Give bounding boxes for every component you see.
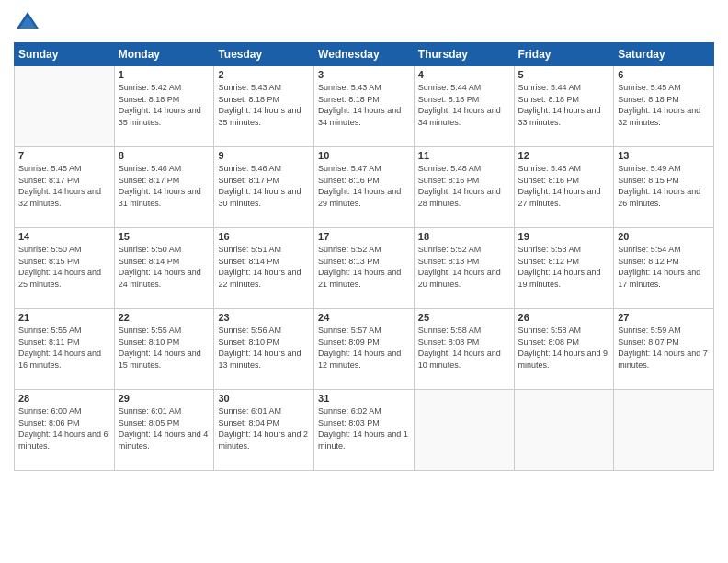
day-number: 27 — [618, 312, 710, 323]
day-cell: 27Sunrise: 5:59 AMSunset: 8:07 PMDayligh… — [614, 309, 714, 390]
page: SundayMondayTuesdayWednesdayThursdayFrid… — [0, 0, 728, 563]
day-info: Sunrise: 5:55 AMSunset: 8:11 PMDaylight:… — [18, 325, 110, 371]
logo — [14, 9, 45, 37]
day-cell: 26Sunrise: 5:58 AMSunset: 8:08 PMDayligh… — [514, 309, 614, 390]
day-info: Sunrise: 5:43 AMSunset: 8:18 PMDaylight:… — [218, 82, 310, 128]
day-info: Sunrise: 5:44 AMSunset: 8:18 PMDaylight:… — [418, 82, 510, 128]
day-header-wednesday: Wednesday — [314, 43, 415, 66]
day-info: Sunrise: 5:50 AMSunset: 8:14 PMDaylight:… — [119, 244, 210, 290]
day-info: Sunrise: 5:43 AMSunset: 8:18 PMDaylight:… — [318, 82, 410, 128]
day-number: 16 — [218, 231, 310, 242]
day-cell: 24Sunrise: 5:57 AMSunset: 8:09 PMDayligh… — [314, 309, 415, 390]
day-number: 15 — [119, 231, 210, 242]
day-number: 9 — [218, 150, 310, 161]
day-cell: 8Sunrise: 5:46 AMSunset: 8:17 PMDaylight… — [114, 147, 214, 228]
logo-icon — [14, 9, 41, 37]
day-number: 7 — [18, 150, 110, 161]
day-cell: 29Sunrise: 6:01 AMSunset: 8:05 PMDayligh… — [114, 390, 214, 471]
day-number: 26 — [518, 312, 610, 323]
day-cell: 25Sunrise: 5:58 AMSunset: 8:08 PMDayligh… — [414, 309, 514, 390]
day-info: Sunrise: 5:42 AMSunset: 8:18 PMDaylight:… — [119, 82, 210, 128]
day-info: Sunrise: 5:59 AMSunset: 8:07 PMDaylight:… — [618, 325, 710, 371]
day-number: 20 — [618, 231, 710, 242]
day-info: Sunrise: 6:01 AMSunset: 8:05 PMDaylight:… — [119, 406, 210, 452]
day-header-saturday: Saturday — [614, 43, 714, 66]
day-number: 18 — [418, 231, 510, 242]
day-info: Sunrise: 6:01 AMSunset: 8:04 PMDaylight:… — [218, 406, 310, 452]
day-cell — [514, 390, 614, 471]
day-cell: 13Sunrise: 5:49 AMSunset: 8:15 PMDayligh… — [614, 147, 714, 228]
day-info: Sunrise: 5:52 AMSunset: 8:13 PMDaylight:… — [418, 244, 510, 290]
day-number: 30 — [218, 393, 310, 404]
day-info: Sunrise: 6:02 AMSunset: 8:03 PMDaylight:… — [318, 406, 410, 452]
day-info: Sunrise: 5:45 AMSunset: 8:18 PMDaylight:… — [618, 82, 710, 128]
day-headers-row: SundayMondayTuesdayWednesdayThursdayFrid… — [15, 43, 714, 66]
calendar-table: SundayMondayTuesdayWednesdayThursdayFrid… — [14, 42, 714, 471]
day-cell: 3Sunrise: 5:43 AMSunset: 8:18 PMDaylight… — [314, 66, 415, 147]
day-number: 31 — [318, 393, 410, 404]
day-info: Sunrise: 5:51 AMSunset: 8:14 PMDaylight:… — [218, 244, 310, 290]
day-cell: 7Sunrise: 5:45 AMSunset: 8:17 PMDaylight… — [15, 147, 115, 228]
day-cell: 4Sunrise: 5:44 AMSunset: 8:18 PMDaylight… — [414, 66, 514, 147]
day-info: Sunrise: 5:44 AMSunset: 8:18 PMDaylight:… — [518, 82, 610, 128]
day-number: 10 — [318, 150, 410, 161]
day-info: Sunrise: 5:55 AMSunset: 8:10 PMDaylight:… — [119, 325, 210, 371]
day-cell: 19Sunrise: 5:53 AMSunset: 8:12 PMDayligh… — [514, 228, 614, 309]
day-number: 1 — [119, 69, 210, 80]
day-number: 17 — [318, 231, 410, 242]
day-cell: 28Sunrise: 6:00 AMSunset: 8:06 PMDayligh… — [15, 390, 115, 471]
day-info: Sunrise: 5:52 AMSunset: 8:13 PMDaylight:… — [318, 244, 410, 290]
day-info: Sunrise: 5:49 AMSunset: 8:15 PMDaylight:… — [618, 163, 710, 209]
day-number: 28 — [18, 393, 110, 404]
day-number: 13 — [618, 150, 710, 161]
day-cell — [15, 66, 115, 147]
day-header-thursday: Thursday — [414, 43, 514, 66]
day-header-tuesday: Tuesday — [214, 43, 314, 66]
day-info: Sunrise: 5:45 AMSunset: 8:17 PMDaylight:… — [18, 163, 110, 209]
day-info: Sunrise: 5:50 AMSunset: 8:15 PMDaylight:… — [18, 244, 110, 290]
day-cell: 6Sunrise: 5:45 AMSunset: 8:18 PMDaylight… — [614, 66, 714, 147]
day-cell: 5Sunrise: 5:44 AMSunset: 8:18 PMDaylight… — [514, 66, 614, 147]
day-info: Sunrise: 5:58 AMSunset: 8:08 PMDaylight:… — [418, 325, 510, 371]
week-row-5: 28Sunrise: 6:00 AMSunset: 8:06 PMDayligh… — [15, 390, 714, 471]
day-cell: 12Sunrise: 5:48 AMSunset: 8:16 PMDayligh… — [514, 147, 614, 228]
day-number: 22 — [119, 312, 210, 323]
day-info: Sunrise: 5:46 AMSunset: 8:17 PMDaylight:… — [218, 163, 310, 209]
day-number: 12 — [518, 150, 610, 161]
day-info: Sunrise: 5:46 AMSunset: 8:17 PMDaylight:… — [119, 163, 210, 209]
day-number: 4 — [418, 69, 510, 80]
week-row-4: 21Sunrise: 5:55 AMSunset: 8:11 PMDayligh… — [15, 309, 714, 390]
day-header-friday: Friday — [514, 43, 614, 66]
day-cell: 10Sunrise: 5:47 AMSunset: 8:16 PMDayligh… — [314, 147, 415, 228]
day-cell: 15Sunrise: 5:50 AMSunset: 8:14 PMDayligh… — [114, 228, 214, 309]
day-info: Sunrise: 5:54 AMSunset: 8:12 PMDaylight:… — [618, 244, 710, 290]
day-cell: 9Sunrise: 5:46 AMSunset: 8:17 PMDaylight… — [214, 147, 314, 228]
day-number: 23 — [218, 312, 310, 323]
day-info: Sunrise: 5:48 AMSunset: 8:16 PMDaylight:… — [518, 163, 610, 209]
day-info: Sunrise: 5:48 AMSunset: 8:16 PMDaylight:… — [418, 163, 510, 209]
day-number: 3 — [318, 69, 410, 80]
day-number: 25 — [418, 312, 510, 323]
day-cell: 30Sunrise: 6:01 AMSunset: 8:04 PMDayligh… — [214, 390, 314, 471]
day-number: 5 — [518, 69, 610, 80]
day-number: 21 — [18, 312, 110, 323]
day-number: 24 — [318, 312, 410, 323]
day-header-monday: Monday — [114, 43, 214, 66]
day-number: 6 — [618, 69, 710, 80]
day-cell: 14Sunrise: 5:50 AMSunset: 8:15 PMDayligh… — [15, 228, 115, 309]
week-row-3: 14Sunrise: 5:50 AMSunset: 8:15 PMDayligh… — [15, 228, 714, 309]
day-cell — [414, 390, 514, 471]
day-cell: 23Sunrise: 5:56 AMSunset: 8:10 PMDayligh… — [214, 309, 314, 390]
day-info: Sunrise: 5:47 AMSunset: 8:16 PMDaylight:… — [318, 163, 410, 209]
day-number: 29 — [119, 393, 210, 404]
day-cell: 2Sunrise: 5:43 AMSunset: 8:18 PMDaylight… — [214, 66, 314, 147]
day-cell: 31Sunrise: 6:02 AMSunset: 8:03 PMDayligh… — [314, 390, 415, 471]
day-cell — [614, 390, 714, 471]
day-number: 8 — [119, 150, 210, 161]
day-cell: 17Sunrise: 5:52 AMSunset: 8:13 PMDayligh… — [314, 228, 415, 309]
day-info: Sunrise: 5:57 AMSunset: 8:09 PMDaylight:… — [318, 325, 410, 371]
day-number: 14 — [18, 231, 110, 242]
day-cell: 1Sunrise: 5:42 AMSunset: 8:18 PMDaylight… — [114, 66, 214, 147]
day-number: 19 — [518, 231, 610, 242]
week-row-2: 7Sunrise: 5:45 AMSunset: 8:17 PMDaylight… — [15, 147, 714, 228]
